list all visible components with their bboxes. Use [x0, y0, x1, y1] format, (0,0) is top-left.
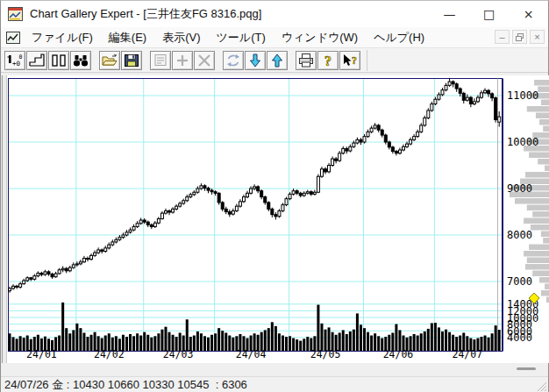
cursor-question-icon: ?	[341, 53, 359, 68]
svg-text:24/05: 24/05	[310, 348, 341, 360]
open-folder-icon	[101, 53, 118, 68]
mdi-minimize-button[interactable]: –	[495, 30, 510, 44]
help-button[interactable]: ?	[317, 51, 339, 70]
app-icon	[8, 7, 23, 21]
mdi-restore-button[interactable]	[512, 30, 527, 44]
svg-text:24/04: 24/04	[236, 348, 267, 360]
menu-edit[interactable]: 編集(E)	[101, 27, 154, 47]
svg-text:24/01: 24/01	[26, 348, 57, 360]
save-floppy-icon	[123, 53, 140, 68]
menu-window[interactable]: ウィンドウ(W)	[274, 27, 366, 47]
step-line-icon	[28, 53, 46, 68]
resize-grip-icon[interactable]	[535, 380, 547, 392]
mdi-window-buttons: – ×	[495, 30, 545, 44]
svg-text:24/03: 24/03	[163, 348, 194, 360]
binoculars-icon	[72, 53, 89, 68]
arrow-down-icon	[246, 53, 264, 68]
arrow-up-icon	[268, 53, 286, 68]
svg-text:+0: +0	[12, 60, 21, 68]
maximize-button[interactable]: □	[469, 1, 509, 27]
menu-help[interactable]: ヘルプ(H)	[366, 27, 432, 47]
svg-text:24/06: 24/06	[383, 348, 414, 360]
svg-text:8000: 8000	[507, 229, 532, 241]
close-button[interactable]: ×	[509, 1, 548, 27]
svg-text:7000: 7000	[507, 275, 532, 288]
svg-text:4000: 4000	[507, 331, 532, 344]
delete-button[interactable]	[194, 51, 215, 70]
binoculars-search-button[interactable]	[70, 51, 91, 70]
svg-text:24/07: 24/07	[453, 348, 483, 360]
menu-file[interactable]: ファイル(F)	[24, 27, 101, 47]
svg-text:?: ?	[324, 53, 332, 68]
columns-button[interactable]	[48, 51, 69, 70]
columns-icon	[50, 53, 68, 68]
app-window: Chart Gallery Expert - [三井住友FG 8316.pqg]…	[0, 0, 549, 392]
horizontal-scrollbar-thumb[interactable]	[517, 367, 536, 370]
stock-chart-canvas[interactable]: 1100010000900080007000140001200010000800…	[1, 75, 549, 363]
menu-view[interactable]: 表示(V)	[154, 27, 208, 47]
mdi-close-button[interactable]: ×	[530, 30, 545, 44]
title-bar: Chart Gallery Expert - [三井住友FG 8316.pqg]…	[1, 1, 548, 27]
daily-bar-chart-button[interactable]: +0 0	[4, 51, 25, 70]
window-title: Chart Gallery Expert - [三井住友FG 8316.pqg]	[30, 6, 261, 22]
status-quote-text: 24/07/26 金 : 10430 10660 10330 10545 : 6…	[4, 377, 247, 392]
print-button[interactable]	[296, 51, 317, 70]
svg-text:24/02: 24/02	[94, 348, 125, 360]
help-question-icon: ?	[319, 53, 337, 68]
rotate-arrows-icon	[225, 53, 242, 68]
plus-icon	[174, 53, 191, 68]
caption-buttons: — □ ×	[430, 1, 548, 27]
rotate-update-button[interactable]	[223, 51, 244, 70]
menu-tools[interactable]: ツール(T)	[209, 27, 274, 47]
open-file-button[interactable]	[99, 51, 120, 70]
document-chart-icon	[6, 32, 20, 44]
horizontal-scrollbar-track[interactable]	[1, 363, 548, 376]
svg-text:10000: 10000	[507, 136, 538, 148]
arrow-up-button[interactable]	[267, 51, 288, 70]
svg-text:0: 0	[19, 53, 23, 61]
context-help-button[interactable]: ?	[339, 51, 360, 70]
properties-icon	[152, 53, 169, 68]
status-bar: 24/07/26 金 : 10430 10660 10330 10545 : 6…	[1, 376, 548, 392]
properties-button[interactable]	[150, 51, 171, 70]
x-icon	[196, 53, 213, 68]
svg-text:11000: 11000	[507, 89, 538, 102]
add-button[interactable]	[172, 51, 193, 70]
printer-icon	[297, 53, 315, 68]
minimize-button[interactable]: —	[430, 1, 469, 27]
toolbar: +0 0	[1, 48, 548, 73]
svg-text:9000: 9000	[507, 182, 532, 195]
save-file-button[interactable]	[121, 51, 142, 70]
menu-bar: ファイル(F) 編集(E) 表示(V) ツール(T) ウィンドウ(W) ヘルプ(…	[1, 27, 548, 48]
arrow-down-button[interactable]	[245, 51, 266, 70]
step-line-button[interactable]	[26, 51, 47, 70]
daily-bar-chart-icon: +0 0	[6, 53, 24, 68]
svg-text:?: ?	[352, 54, 357, 67]
